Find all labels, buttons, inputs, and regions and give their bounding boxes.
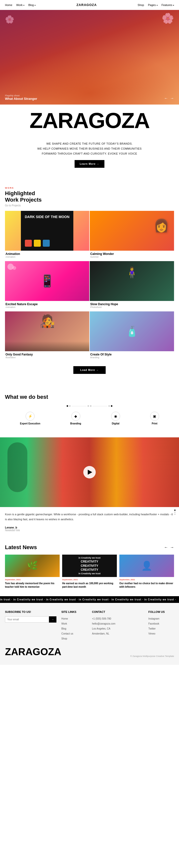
footer-link-blog[interactable]: Blog [62, 626, 87, 631]
news-prev-button[interactable]: ← [164, 545, 168, 550]
footer-link-work[interactable]: Work [62, 621, 87, 626]
work-item-cat: Animation [5, 306, 89, 308]
work-item-1[interactable]: DARK SIDE OF THE MOON Animation Animatio… [5, 211, 89, 260]
scroll-dots [174, 509, 176, 515]
hero-title: What About Stranger [5, 97, 37, 100]
service-item-1[interactable]: ⚡ Expert Execution [20, 412, 40, 425]
scroll-dot-2 [174, 512, 176, 513]
work-item-4[interactable]: 🧍‍♀️ Slow Dancing Hope Photoshoot [90, 261, 174, 311]
nav-link-pages[interactable]: Pages ▾ [148, 3, 157, 6]
footer-bottom: ZARAGOZA © Zaragoza Multipurpose Creativ… [5, 646, 174, 657]
news-image-3: 👤 [119, 555, 174, 577]
video-author: Lerane_b [5, 526, 174, 529]
dot-line [72, 406, 86, 406]
footer-instagram[interactable]: Instagram [148, 616, 174, 621]
tagline-line1: WE SHAPE AND CREATE THE FUTURE OF TODAY'… [15, 142, 164, 146]
news-item-1[interactable]: 🌿 September, 2021 Tom has already memori… [5, 555, 60, 589]
dot-5 [108, 405, 110, 407]
footer-email: hello@zaragoza.com [92, 621, 143, 626]
hero-prev-button[interactable]: ← [164, 96, 168, 100]
work-item-5[interactable]: 🧑‍🎤 Only Good Fantasy Illustration [5, 311, 89, 361]
footer-links-title: Site Links [62, 610, 87, 613]
work-grid: DARK SIDE OF THE MOON Animation Animatio… [0, 211, 179, 361]
ticker-text: in trust · in Creativity we trust · in C… [0, 598, 179, 601]
hero-caption: Flagship shoot What About Stranger [5, 94, 37, 100]
dark-card-icons [25, 240, 70, 247]
footer-subscribe-title: Subscribe to us! [5, 610, 57, 613]
work-item-title: Create Of Style [90, 353, 174, 356]
tagline-line3: FORWARD THROUGH CRAFT AND CURIOSITY. EVO… [15, 151, 164, 156]
main-nav: Home Work ▾ Blog ▾ ZARAGOZA Shop Pages ▾… [0, 0, 179, 10]
hero-section: 🌸 🌸 Flagship shoot What About Stranger ←… [0, 10, 179, 104]
video-play-button[interactable] [83, 466, 96, 478]
news-date-3: September, 2021 [119, 579, 174, 581]
work-item-3[interactable]: 📱 Excited Nature Escape Animation [5, 261, 89, 311]
scroll-dot-3 [174, 514, 176, 515]
footer-link-shop[interactable]: Shop [62, 636, 87, 641]
tagline-line2: WE HELP COMPANIES MOVE THEIR BUSINESS AN… [15, 146, 164, 151]
dot-1 [67, 405, 68, 407]
news-item-3[interactable]: 👤 September, 2021 Our mother had no choi… [119, 555, 174, 589]
footer-twitter[interactable]: Twitter [148, 626, 174, 631]
work-item-cat: Branding [90, 356, 174, 359]
video-role: Newletter link [5, 529, 174, 532]
what-title: What we do best [5, 394, 174, 400]
footer-link-contact[interactable]: Contact us [62, 631, 87, 636]
news-item-title-3: Our mother had no choice but to make din… [119, 582, 174, 589]
nav-link-blog[interactable]: Blog ▾ [28, 3, 36, 6]
footer-copyright: © Zaragoza Multipurpose Creative Templat… [130, 655, 174, 657]
footer-address-2: Amsterdam, NL [92, 631, 143, 636]
footer-facebook[interactable]: Facebook [148, 621, 174, 626]
dot-4 [90, 405, 92, 407]
work-item-title: Slow Dancing Hope [90, 303, 174, 306]
footer-email-input[interactable] [5, 616, 49, 623]
chevron-icon: ▾ [35, 4, 36, 6]
footer-subscribe-form: → [5, 616, 57, 623]
service-label-3: Digital [112, 422, 119, 425]
service-label-1: Expert Execution [20, 422, 40, 425]
services-icons: ⚡ Expert Execution ◆ Branding ◉ Digital … [5, 412, 174, 425]
news-item-title-2: He earned as much as 100,000 yen working… [62, 582, 117, 589]
icon-red [25, 240, 32, 247]
load-more-button[interactable]: Load More → [73, 366, 106, 374]
service-icon-3: ◉ [111, 412, 120, 421]
service-item-4[interactable]: ▣ Print [150, 412, 159, 425]
nav-link-work[interactable]: Work ▾ [16, 3, 24, 6]
video-description: Koon is a gentle gigantic gamechanger. W… [5, 512, 174, 522]
service-item-3[interactable]: ◉ Digital [111, 412, 120, 425]
video-section[interactable] [0, 437, 179, 507]
nav-link-home[interactable]: Home [5, 3, 12, 6]
play-icon [88, 470, 92, 475]
work-item-6[interactable]: 🧴 Create Of Style Branding [90, 311, 174, 361]
news-next-button[interactable]: → [170, 545, 174, 550]
dot-2 [69, 405, 71, 407]
footer-subscribe-col: Subscribe to us! → [5, 610, 57, 641]
dot-3 [87, 405, 89, 407]
footer-follow-col: Follow us Instagram Facebook Twitter Vim… [148, 610, 174, 641]
service-icon-2: ◆ [71, 412, 80, 421]
nav-link-shop[interactable]: Shop [138, 3, 144, 6]
work-item-cat: Illustration [5, 356, 89, 359]
hero-image: 🌸 🌸 Flagship shoot What About Stranger [0, 10, 179, 104]
hero-subtitle: Flagship shoot [5, 94, 37, 97]
scroll-dot-1 [174, 509, 176, 511]
hero-next-button[interactable]: → [170, 96, 174, 100]
dark-card: DARK SIDE OF THE MOON [21, 211, 74, 251]
dark-card-title: DARK SIDE OF THE MOON [25, 215, 70, 219]
footer-logo: ZARAGOZA [5, 646, 62, 657]
service-item-2[interactable]: ◆ Branding [70, 412, 81, 425]
news-header: Latest News ← → [5, 544, 174, 551]
tagline-section: WE SHAPE AND CREATE THE FUTURE OF TODAY'… [0, 134, 179, 179]
work-item-2[interactable]: 👩 Calming Wonder Summer [90, 211, 174, 260]
work-section-label: Work [0, 187, 179, 189]
news-item-2[interactable]: in Creativity we trust CREATIVITY CREATI… [62, 555, 117, 589]
learn-more-button[interactable]: Learn More → [75, 160, 104, 168]
work-section-sub[interactable]: Go to Projects [0, 204, 179, 207]
nav-logo[interactable]: ZARAGOZA [76, 3, 97, 7]
footer-link-home[interactable]: Home [62, 616, 87, 621]
news-date-2: September, 2021 [62, 579, 117, 581]
nav-link-features[interactable]: Features ▾ [162, 3, 174, 6]
footer-subscribe-button[interactable]: → [49, 616, 57, 623]
footer-vimeo[interactable]: Vimeo [148, 631, 174, 636]
news-title: Latest News [5, 544, 37, 551]
